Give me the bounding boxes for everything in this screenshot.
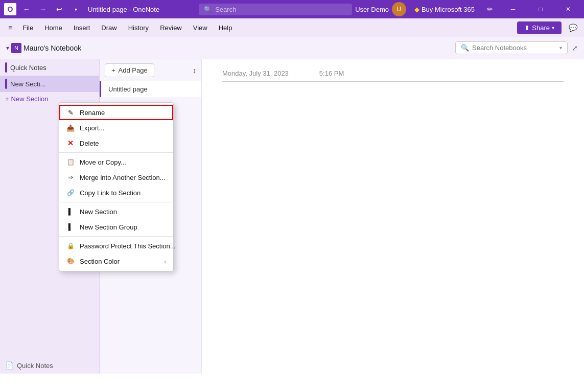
content-area: Monday, July 31, 2023 5:16 PM (202, 59, 584, 374)
notebook-icon: N (11, 43, 21, 53)
title-bar: O ← → ↩ ▾ Untitled page - OneNote 🔍 User… (0, 0, 584, 18)
search-icon: 🔍 (204, 6, 212, 13)
expand-view-icon[interactable]: ⤢ (572, 44, 578, 52)
page-body[interactable] (222, 86, 564, 90)
menu-file[interactable]: File (17, 22, 38, 34)
sort-icon[interactable]: ↕ (193, 66, 196, 75)
window-title: Untitled page - OneNote (88, 6, 196, 13)
password-label: Password Protect This Section... (80, 242, 176, 250)
minimize-button[interactable]: ─ (501, 0, 525, 18)
sidebar-item-newsection-label: New Secti... (10, 80, 45, 88)
page-date: Monday, July 31, 2023 5:16 PM (222, 70, 564, 77)
maximize-button[interactable]: □ (529, 0, 552, 18)
app-logo: O (4, 3, 16, 15)
copy-link-label: Copy Link to Section (80, 189, 141, 197)
export-icon: 📤 (66, 124, 75, 132)
user-name: User Demo (355, 6, 389, 13)
quick-notes-icon-bottom: 📄 (5, 361, 14, 370)
section-indicator (5, 62, 7, 73)
page-item-label: Untitled page (108, 85, 148, 93)
share-icon: ⬆ (524, 24, 530, 32)
context-menu-new-section-group[interactable]: ▌ New Section Group (59, 219, 173, 235)
sidebar-bottom-quick-notes[interactable]: 📄 Quick Notes (0, 357, 99, 374)
forward-button[interactable]: → (36, 2, 50, 16)
title-right: User Demo U ◆ Buy Microsoft 365 ✏ ─ □ ✕ (355, 0, 580, 18)
new-section-label: New Section (11, 95, 49, 103)
sidebar: Quick Notes New Secti... + New Section ✎… (0, 59, 100, 374)
avatar[interactable]: U (392, 2, 406, 16)
window-controls-left: ← → ↩ ▾ (19, 2, 83, 16)
page-date-text: Monday, July 31, 2023 (222, 70, 289, 77)
close-button[interactable]: ✕ (556, 0, 580, 18)
context-menu-delete[interactable]: ✕ Delete (59, 135, 173, 151)
content-inner: Monday, July 31, 2023 5:16 PM (202, 59, 584, 100)
menu-review[interactable]: Review (155, 22, 187, 34)
context-menu-move-copy[interactable]: 📋 Move or Copy... (59, 154, 173, 170)
new-section-icon: ▌ (66, 207, 75, 216)
sidebar-item-label: Quick Notes (10, 64, 46, 72)
context-menu-copy-link[interactable]: 🔗 Copy Link to Section (59, 185, 173, 200)
context-menu: ✎ Rename 📤 Export... ✕ Delete 📋 Move or … (59, 102, 174, 271)
menu-insert[interactable]: Insert (68, 22, 96, 34)
copy-link-icon: 🔗 (66, 189, 75, 197)
move-copy-label: Move or Copy... (80, 158, 126, 166)
pen-icon[interactable]: ✏ (483, 2, 497, 16)
page-list-header: + Add Page ↕ (100, 59, 201, 81)
sidebar-item-new-section[interactable]: New Secti... (0, 76, 99, 92)
delete-label: Delete (80, 140, 99, 147)
menu-draw[interactable]: Draw (96, 22, 122, 34)
move-copy-icon: 📋 (66, 158, 75, 166)
sidebar-bottom-label: Quick Notes (17, 362, 53, 370)
page-divider (222, 81, 564, 82)
buy-button[interactable]: ◆ Buy Microsoft 365 (410, 4, 479, 15)
context-menu-merge[interactable]: ⇒ Merge into Another Section... (59, 170, 173, 185)
context-menu-rename[interactable]: ✎ Rename (59, 105, 173, 120)
back-button[interactable]: ← (19, 2, 34, 16)
search-bar[interactable]: 🔍 (199, 4, 352, 15)
page-item[interactable]: Untitled page (100, 81, 201, 97)
rename-icon: ✎ (66, 108, 75, 117)
delete-icon: ✕ (66, 139, 75, 147)
new-section-group-label: New Section Group (80, 223, 137, 231)
menu-history[interactable]: History (123, 22, 154, 34)
share-button[interactable]: ⬆ Share ▾ (517, 21, 562, 34)
diamond-icon: ◆ (414, 6, 419, 13)
search-notebooks-input[interactable] (472, 44, 556, 52)
new-section-label: New Section (80, 208, 117, 216)
notebook-name: Mauro's Notebook (24, 44, 81, 52)
context-menu-section-color[interactable]: 🎨 Section Color › (59, 253, 173, 269)
section-indicator-active (5, 79, 7, 89)
section-color-label: Section Color (80, 258, 120, 265)
notebook-bar-right: 🔍 ▾ ⤢ (455, 41, 578, 54)
notebook-bar: ▾ N Mauro's Notebook 🔍 ▾ ⤢ (0, 37, 584, 59)
add-page-label: Add Page (119, 66, 148, 74)
rename-label: Rename (80, 109, 105, 117)
redo-dropdown[interactable]: ▾ (68, 2, 83, 16)
menu-home[interactable]: Home (39, 22, 67, 34)
separator-2 (59, 202, 173, 202)
add-page-button[interactable]: + Add Page (105, 63, 154, 77)
context-menu-new-section[interactable]: ▌ New Section (59, 204, 173, 219)
notebook-expand[interactable]: ▾ N Mauro's Notebook (6, 43, 81, 53)
context-menu-password[interactable]: 🔒 Password Protect This Section... (59, 238, 173, 253)
menu-help[interactable]: Help (214, 22, 238, 34)
hamburger-menu[interactable]: ≡ (4, 21, 16, 34)
menu-view[interactable]: View (188, 22, 213, 34)
chevron-down-icon: ▾ (6, 44, 9, 52)
main-layout: Quick Notes New Secti... + New Section ✎… (0, 59, 584, 374)
separator-3 (59, 236, 173, 237)
search-input[interactable] (215, 6, 347, 13)
merge-label: Merge into Another Section... (80, 174, 166, 181)
section-color-chevron: › (164, 258, 166, 265)
separator-1 (59, 152, 173, 153)
sidebar-item-quick-notes[interactable]: Quick Notes (0, 59, 99, 76)
merge-icon: ⇒ (66, 173, 75, 181)
comment-icon[interactable]: 💬 (566, 20, 580, 35)
search-notebooks-bar[interactable]: 🔍 ▾ (455, 41, 568, 54)
undo-button[interactable]: ↩ (52, 2, 66, 16)
user-info: User Demo U (355, 2, 406, 16)
search-notebooks-dropdown[interactable]: ▾ (559, 45, 562, 51)
context-menu-export[interactable]: 📤 Export... (59, 120, 173, 135)
password-icon: 🔒 (66, 242, 75, 250)
search-notebooks-icon: 🔍 (461, 44, 469, 52)
